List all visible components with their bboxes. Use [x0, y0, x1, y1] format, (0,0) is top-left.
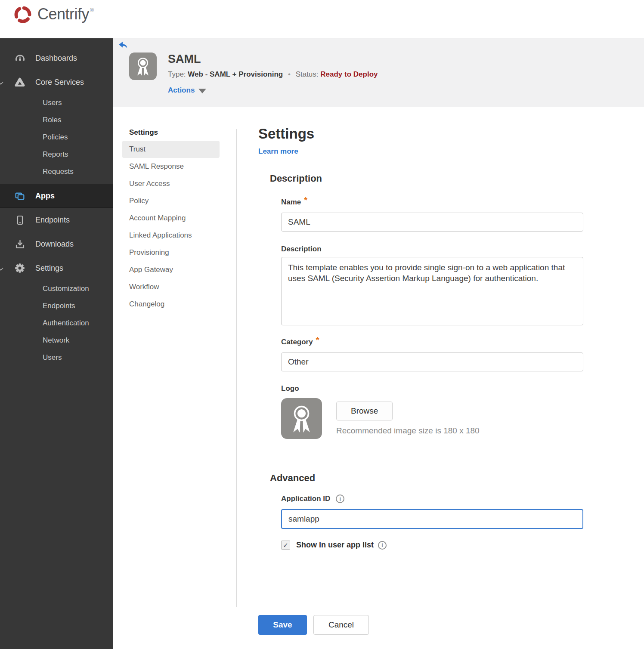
show-in-app-list-label: Show in user app list: [296, 541, 374, 550]
description-section-heading: Description: [270, 173, 590, 184]
required-marker: *: [304, 195, 307, 205]
brand-name: Centrify: [37, 3, 89, 25]
registered-mark: ®: [90, 7, 94, 13]
sidebar-subitem-authentication[interactable]: Authentication: [0, 315, 113, 332]
application-id-label: Application ID i: [281, 494, 590, 503]
award-ribbon-icon: [281, 398, 322, 439]
logo-label: Logo: [281, 384, 590, 393]
type-label: Type:: [168, 70, 186, 78]
app-logo-icon: [129, 53, 157, 80]
cancel-button[interactable]: Cancel: [313, 615, 369, 635]
sidebar-item-dashboards[interactable]: Dashboards: [0, 46, 113, 70]
subnav-item-changelog[interactable]: Changelog: [122, 296, 220, 313]
name-input[interactable]: [281, 213, 583, 232]
show-in-app-list-checkbox[interactable]: ✓: [281, 541, 290, 550]
sidebar-subitem-users-settings[interactable]: Users: [0, 349, 113, 366]
app-title: SAML: [168, 53, 378, 65]
name-label: Name *: [281, 197, 590, 207]
download-tray-icon: [14, 238, 25, 250]
settings-form: Settings Learn more Description Name * D…: [258, 107, 590, 635]
learn-more-link[interactable]: Learn more: [258, 147, 298, 156]
description-textarea[interactable]: This template enables you to provide sin…: [281, 257, 583, 325]
sidebar-subitem-customization[interactable]: Customization: [0, 280, 113, 297]
required-marker: *: [316, 335, 319, 345]
app-logo-preview: [281, 398, 322, 439]
subnav-item-user-access[interactable]: User Access: [122, 175, 220, 192]
advanced-section-heading: Advanced: [270, 473, 590, 484]
info-icon[interactable]: i: [336, 494, 344, 503]
category-input[interactable]: [281, 352, 583, 371]
category-label: Category *: [281, 337, 590, 347]
subnav-item-workflow[interactable]: Workflow: [122, 278, 220, 296]
sidebar-item-endpoints[interactable]: Endpoints: [0, 208, 113, 232]
centrify-swirl-icon: [12, 4, 34, 25]
subnav-item-linked-applications[interactable]: Linked Applications: [122, 227, 220, 244]
mobile-device-icon: [14, 214, 25, 226]
meta-separator: •: [288, 70, 291, 78]
logo-size-hint: Recommended image size is 180 x 180: [336, 426, 480, 436]
gauge-icon: [14, 53, 25, 64]
info-icon[interactable]: i: [378, 541, 387, 550]
content: Settings Trust SAML Response User Access…: [113, 107, 644, 649]
page-title: Settings: [258, 126, 590, 142]
back-arrow-icon: [118, 41, 128, 49]
main-area: SAML Type: Web - SAML + Provisioning • S…: [113, 38, 644, 649]
chevron-down-icon: [0, 80, 3, 84]
sidebar-subitem-roles[interactable]: Roles: [0, 111, 113, 129]
subnav-item-saml-response[interactable]: SAML Response: [122, 158, 220, 175]
sidebar-item-settings[interactable]: Settings: [0, 256, 113, 280]
subnav-item-account-mapping[interactable]: Account Mapping: [122, 210, 220, 227]
sidebar-subitem-endpoints-settings[interactable]: Endpoints: [0, 297, 113, 315]
sidebar-subitem-reports[interactable]: Reports: [0, 146, 113, 163]
vertical-divider: [236, 129, 237, 607]
actions-menu[interactable]: Actions: [168, 86, 378, 95]
chevron-down-icon: [0, 266, 3, 270]
status-label: Status:: [296, 70, 319, 78]
checkmark-icon: ✓: [283, 542, 288, 548]
brand-logo: Centrify ®: [12, 3, 94, 25]
save-button[interactable]: Save: [258, 615, 307, 635]
stacked-windows-icon: [14, 190, 25, 201]
subnav-item-trust[interactable]: Trust: [122, 141, 220, 158]
sidebar: Dashboards Core Services Users Roles Pol…: [0, 38, 113, 649]
type-value: Web - SAML + Provisioning: [188, 70, 283, 78]
subnav-item-provisioning[interactable]: Provisioning: [122, 244, 220, 261]
sidebar-subitem-network[interactable]: Network: [0, 332, 113, 349]
settings-subnav: Settings Trust SAML Response User Access…: [122, 128, 220, 313]
application-id-input[interactable]: [281, 509, 583, 529]
subnav-header: Settings: [129, 128, 220, 137]
status-badge: Ready to Deploy: [320, 70, 378, 78]
sidebar-subitem-requests[interactable]: Requests: [0, 163, 113, 180]
sidebar-item-apps[interactable]: Apps: [0, 184, 113, 208]
caret-down-icon: [198, 89, 206, 93]
triangle-knot-icon: [14, 77, 25, 88]
browse-button[interactable]: Browse: [336, 402, 393, 420]
description-label: Description: [281, 245, 590, 253]
back-button[interactable]: [118, 41, 128, 49]
app-header: SAML Type: Web - SAML + Provisioning • S…: [113, 38, 644, 107]
gear-icon: [14, 263, 25, 274]
app-meta: Type: Web - SAML + Provisioning • Status…: [168, 70, 378, 79]
subnav-item-app-gateway[interactable]: App Gateway: [122, 261, 220, 278]
sidebar-subitem-users[interactable]: Users: [0, 94, 113, 111]
subnav-item-policy[interactable]: Policy: [122, 192, 220, 210]
award-ribbon-icon: [129, 53, 157, 80]
sidebar-item-downloads[interactable]: Downloads: [0, 232, 113, 256]
sidebar-subitem-policies[interactable]: Policies: [0, 129, 113, 146]
top-bar: Centrify ®: [0, 0, 644, 38]
sidebar-item-core-services[interactable]: Core Services: [0, 70, 113, 94]
page: Centrify ® Dashboards Co: [0, 0, 644, 649]
